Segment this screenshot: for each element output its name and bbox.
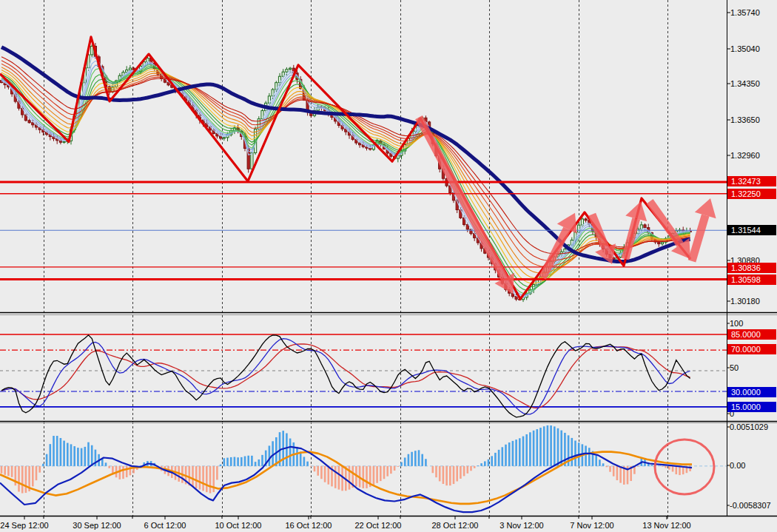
macd-scale-label: 0.00 bbox=[730, 461, 745, 470]
time-tick-label: 24 Sep 12:00 bbox=[0, 521, 48, 530]
oscillator-tick-label: 100 bbox=[730, 319, 743, 328]
price-tick-label: 1.34350 bbox=[730, 79, 760, 88]
macd-scale-label: -0.0058307 bbox=[730, 501, 771, 510]
macd-scale-label: 0.0051029 bbox=[730, 422, 768, 431]
price-level-flag: 1.30836 bbox=[727, 263, 776, 273]
indicator-level-flag: 15.0000 bbox=[727, 402, 776, 412]
price-tick-label: 1.30180 bbox=[730, 297, 760, 306]
time-tick-label: 22 Oct 12:00 bbox=[355, 521, 402, 530]
time-tick-label: 6 Oct 12:00 bbox=[144, 521, 186, 530]
time-tick-label: 16 Oct 12:00 bbox=[286, 521, 332, 530]
time-tick-label: 13 Nov 12:00 bbox=[642, 521, 690, 530]
price-tick-label: 1.32960 bbox=[730, 151, 760, 160]
time-tick-label: 30 Sep 12:00 bbox=[73, 521, 121, 530]
time-tick-label: 10 Oct 12:00 bbox=[215, 521, 262, 530]
price-tick-label: 1.35740 bbox=[730, 8, 760, 17]
time-tick-label: 7 Nov 12:00 bbox=[570, 521, 613, 530]
time-tick-label: 28 Oct 12:00 bbox=[432, 521, 479, 530]
chart-canvas[interactable] bbox=[0, 0, 777, 532]
price-level-flag: 1.32250 bbox=[727, 189, 776, 199]
price-tick-label: 1.35040 bbox=[730, 44, 760, 53]
trading-chart-window: 1.357401.350401.343501.336501.329601.308… bbox=[0, 0, 777, 532]
indicator-level-flag: 70.0000 bbox=[727, 344, 776, 354]
price-tick-label: 1.33650 bbox=[730, 115, 760, 124]
price-level-flag: 1.32473 bbox=[727, 176, 776, 186]
oscillator-tick-label: 50 bbox=[730, 363, 739, 372]
indicator-level-flag: 30.0000 bbox=[727, 387, 776, 397]
price-level-flag: 1.31544 bbox=[727, 225, 776, 235]
indicator-level-flag: 85.0000 bbox=[727, 329, 776, 340]
price-level-flag: 1.30598 bbox=[727, 275, 776, 285]
time-tick-label: 3 Nov 12:00 bbox=[500, 521, 543, 530]
